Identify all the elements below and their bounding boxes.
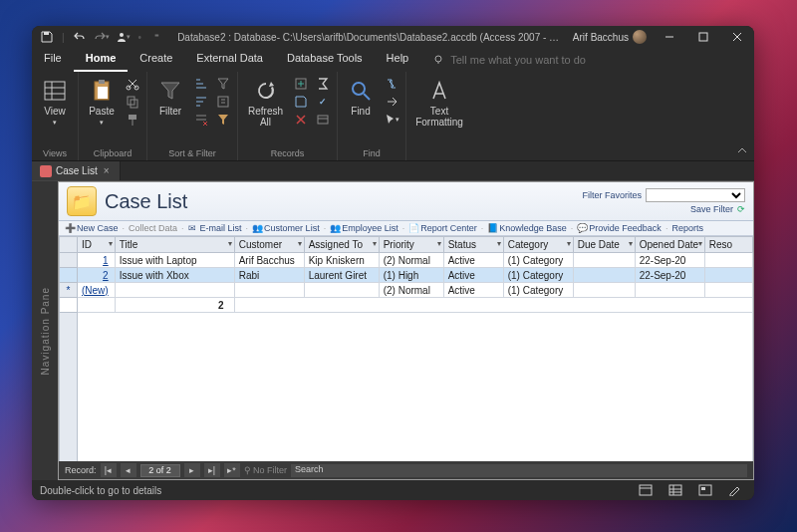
prev-record-button[interactable]: ◂: [121, 463, 136, 477]
cell-title[interactable]: Issue with Laptop: [115, 253, 234, 268]
sort-desc-icon[interactable]: [193, 94, 209, 110]
cell[interactable]: [573, 283, 635, 298]
refresh-filter-icon[interactable]: ⟳: [737, 204, 745, 214]
goto-icon[interactable]: [384, 94, 399, 110]
clear-sort-icon[interactable]: [193, 112, 209, 128]
tb-new-case[interactable]: ➕New Case: [65, 223, 119, 233]
cell-title[interactable]: Issue with Xbox: [115, 268, 234, 283]
filter-button[interactable]: Filter: [153, 76, 187, 119]
undo-icon[interactable]: [71, 28, 89, 46]
copy-icon[interactable]: [125, 94, 140, 110]
tb-knowledge-base[interactable]: 📘Knowledge Base: [487, 223, 567, 233]
tb-email-list[interactable]: ✉E-mail List: [188, 223, 242, 233]
chevron-down-icon[interactable]: ▾: [567, 239, 571, 248]
text-formatting-button[interactable]: Text Formatting: [412, 76, 466, 130]
cell-priority[interactable]: (2) Normal: [379, 253, 443, 268]
tab-help[interactable]: Help: [375, 48, 421, 72]
user-dropdown-icon[interactable]: ▾: [115, 28, 133, 46]
paste-button[interactable]: Paste ▾: [85, 76, 119, 129]
col-id[interactable]: ID▾: [78, 237, 116, 253]
save-icon[interactable]: [38, 28, 56, 46]
save-record-icon[interactable]: [293, 94, 309, 110]
tb-employee-list[interactable]: 👥Employee List: [330, 223, 398, 233]
cell-status[interactable]: Active: [443, 253, 503, 268]
tab-file[interactable]: File: [32, 48, 74, 72]
totals-icon[interactable]: [315, 76, 331, 92]
replace-icon[interactable]: [384, 76, 399, 92]
spelling-icon[interactable]: ✓: [315, 94, 331, 110]
row-selector[interactable]: [60, 268, 78, 283]
close-button[interactable]: [720, 26, 754, 48]
tab-create[interactable]: Create: [128, 48, 184, 72]
chevron-down-icon[interactable]: ▾: [497, 239, 501, 248]
format-painter-icon[interactable]: [125, 112, 140, 128]
cell[interactable]: [115, 283, 234, 298]
datasheet-grid[interactable]: ID▾ Title▾ Customer▾ Assigned To▾ Priori…: [59, 236, 753, 461]
last-record-button[interactable]: ▸|: [204, 463, 220, 477]
row-selector-header[interactable]: [60, 237, 78, 253]
cell-status[interactable]: Active: [443, 283, 503, 298]
chevron-down-icon[interactable]: ▾: [228, 239, 232, 248]
record-search-input[interactable]: Search: [291, 464, 747, 477]
cell-category[interactable]: (1) Category: [503, 268, 573, 283]
cell-category[interactable]: (1) Category: [503, 283, 573, 298]
cell-status[interactable]: Active: [443, 268, 503, 283]
col-customer[interactable]: Customer▾: [234, 237, 304, 253]
cell-new-id[interactable]: (New): [78, 283, 116, 298]
tab-database-tools[interactable]: Database Tools: [275, 48, 375, 72]
more-records-icon[interactable]: [315, 112, 331, 128]
chevron-down-icon[interactable]: ▾: [373, 239, 377, 248]
chevron-down-icon[interactable]: ▾: [629, 239, 633, 248]
tab-home[interactable]: Home: [74, 48, 129, 72]
selection-filter-icon[interactable]: [215, 76, 231, 92]
cell-priority[interactable]: (2) Normal: [379, 283, 443, 298]
select-icon[interactable]: ▾: [384, 112, 399, 128]
filter-indicator[interactable]: ⚲ No Filter: [244, 465, 288, 475]
chevron-down-icon[interactable]: ▾: [698, 239, 702, 248]
table-row[interactable]: 2 Issue with Xbox Rabi Laurent Giret (1)…: [60, 268, 753, 283]
find-button[interactable]: Find: [344, 76, 378, 119]
layout-view-button[interactable]: [694, 482, 716, 498]
user-account[interactable]: Arif Bacchus: [567, 30, 653, 44]
table-row[interactable]: 1 Issue with Laptop Arif Bacchus Kip Kni…: [60, 253, 753, 268]
minimize-button[interactable]: [653, 26, 686, 48]
cell-id[interactable]: 2: [78, 268, 116, 283]
col-due-date[interactable]: Due Date▾: [573, 237, 635, 253]
col-assigned-to[interactable]: Assigned To▾: [304, 237, 379, 253]
row-selector[interactable]: [60, 253, 78, 268]
cut-icon[interactable]: [125, 76, 140, 92]
navigation-pane-collapsed[interactable]: Navigation Pane: [32, 181, 58, 480]
cell-due[interactable]: [573, 253, 635, 268]
tell-me-search[interactable]: [420, 48, 754, 72]
cell[interactable]: [635, 283, 704, 298]
cell-priority[interactable]: (1) High: [379, 268, 443, 283]
qat-overflow-icon[interactable]: ⁼: [147, 28, 165, 46]
form-view-button[interactable]: [635, 482, 657, 498]
tab-external-data[interactable]: External Data: [184, 48, 275, 72]
toggle-filter-icon[interactable]: [215, 112, 231, 128]
redo-icon[interactable]: ▾: [93, 28, 111, 46]
cell-assigned[interactable]: Laurent Giret: [304, 268, 379, 283]
record-position-input[interactable]: [140, 464, 180, 477]
chevron-down-icon[interactable]: ▾: [437, 239, 441, 248]
col-opened-date[interactable]: Opened Date▾: [635, 237, 704, 253]
col-status[interactable]: Status▾: [443, 237, 503, 253]
maximize-button[interactable]: [686, 26, 720, 48]
cell[interactable]: [704, 283, 752, 298]
cell[interactable]: [234, 283, 304, 298]
cell-reso[interactable]: [704, 268, 752, 283]
chevron-down-icon[interactable]: ▾: [298, 239, 302, 248]
first-record-button[interactable]: |◂: [101, 463, 117, 477]
col-category[interactable]: Category▾: [503, 237, 573, 253]
col-title[interactable]: Title▾: [115, 237, 234, 253]
cell-opened[interactable]: 22-Sep-20: [635, 268, 704, 283]
cell-assigned[interactable]: Kip Kniskern: [304, 253, 379, 268]
close-tab-icon[interactable]: ×: [102, 165, 112, 176]
col-resolution[interactable]: Reso: [704, 237, 752, 253]
advanced-filter-icon[interactable]: [215, 94, 231, 110]
new-record-icon[interactable]: [293, 76, 309, 92]
tb-collect-data[interactable]: Collect Data: [129, 223, 177, 233]
new-record-row[interactable]: * (New) (2) Normal Active (1) Category: [60, 283, 753, 298]
col-priority[interactable]: Priority▾: [379, 237, 443, 253]
sort-asc-icon[interactable]: [193, 76, 209, 92]
